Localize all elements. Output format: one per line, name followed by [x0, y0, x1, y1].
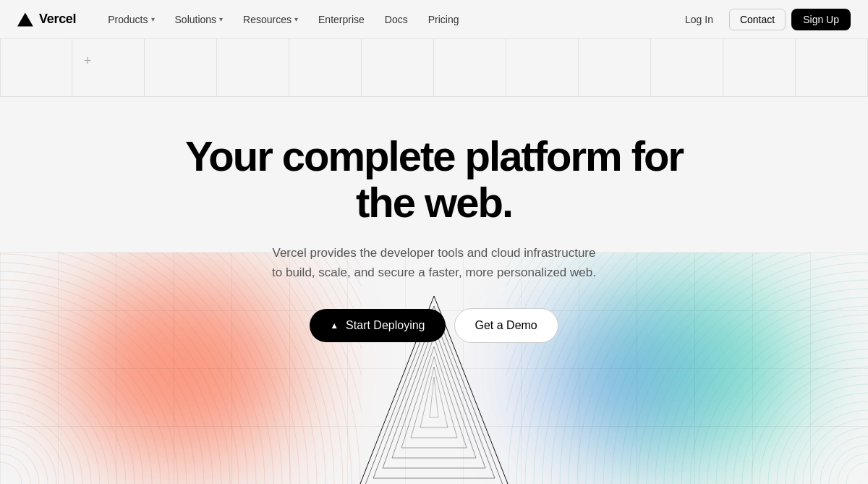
navbar: Vercel Products ▾ Solutions ▾ Resources … — [0, 0, 868, 39]
start-deploying-button[interactable]: ▲ Start Deploying — [310, 309, 445, 342]
deploy-triangle-icon: ▲ — [330, 320, 339, 331]
vercel-logo-icon — [17, 12, 33, 27]
nav-products[interactable]: Products ▾ — [99, 9, 163, 30]
nav-docs[interactable]: Docs — [376, 9, 417, 30]
main-content: + — [0, 0, 868, 484]
contact-button[interactable]: Contact — [729, 9, 786, 30]
hero-subtitle: Vercel provides the developer tools and … — [272, 243, 596, 282]
get-demo-button[interactable]: Get a Demo — [454, 308, 558, 343]
logo-text: Vercel — [39, 12, 76, 27]
hero-title: Your complete platform for the web. — [152, 133, 716, 226]
nav-pricing[interactable]: Pricing — [420, 9, 468, 30]
nav-links: Products ▾ Solutions ▾ Resources ▾ Enter… — [99, 9, 675, 30]
nav-resources[interactable]: Resources ▾ — [234, 9, 307, 30]
nav-enterprise[interactable]: Enterprise — [310, 9, 373, 30]
hero-buttons: ▲ Start Deploying Get a Demo — [310, 308, 558, 343]
hero-section: Your complete platform for the web. Verc… — [0, 39, 868, 484]
login-button[interactable]: Log In — [675, 9, 723, 30]
solutions-chevron-icon: ▾ — [219, 15, 223, 23]
products-chevron-icon: ▾ — [151, 15, 155, 23]
resources-chevron-icon: ▾ — [294, 15, 298, 23]
nav-solutions[interactable]: Solutions ▾ — [166, 9, 232, 30]
logo[interactable]: Vercel — [17, 12, 76, 27]
nav-actions: Log In Contact Sign Up — [675, 9, 851, 30]
signup-button[interactable]: Sign Up — [791, 9, 851, 30]
